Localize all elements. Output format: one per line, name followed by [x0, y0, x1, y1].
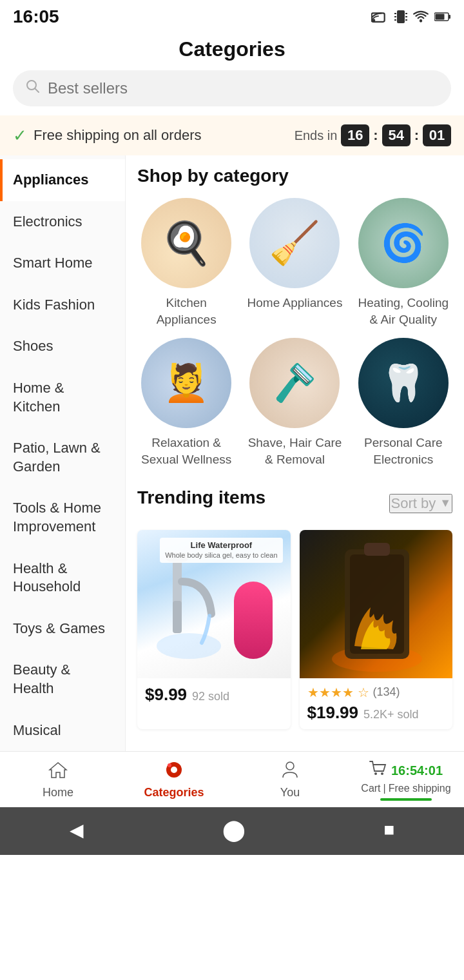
category-heating[interactable]: 🌀 Heating, Cooling & Air Quality	[354, 198, 452, 328]
category-relaxation[interactable]: 💆 Relaxation & Sexual Wellness	[137, 338, 235, 467]
promo-banner: ✓ Free shipping on all orders Ends in 16…	[0, 115, 464, 155]
sidebar-item-health[interactable]: Health & Household	[0, 548, 125, 608]
sidebar-item-beauty[interactable]: Beauty & Health	[0, 649, 125, 709]
svg-line-14	[35, 88, 39, 92]
trending-title: Trending items	[137, 487, 266, 508]
product-sold-2: 5.2K+ sold	[363, 708, 419, 721]
sidebar-item-homekitchen[interactable]: Home & Kitchen	[0, 368, 125, 427]
category-circle-shave: 🪒	[249, 338, 340, 428]
stars-icon: ★★★★	[307, 685, 354, 700]
product-sold-1: 92 sold	[192, 690, 229, 703]
product-price-2: $19.99	[307, 703, 359, 723]
shop-by-category-title: Shop by category	[137, 166, 452, 186]
vibrate-icon	[394, 9, 407, 24]
svg-point-24	[171, 767, 177, 773]
cast-icon	[371, 10, 389, 23]
category-circle-relax: 💆	[141, 338, 231, 428]
category-label-home: Home Appliances	[247, 295, 343, 311]
wifi-icon	[412, 10, 429, 23]
svg-point-9	[420, 19, 422, 22]
battery-icon	[434, 10, 451, 23]
nav-cart[interactable]: 16:54:01 Cart | Free shipping	[348, 758, 464, 803]
you-icon	[282, 761, 298, 783]
timer-minutes: 54	[382, 124, 411, 146]
category-label-personal: Personal Care Electronics	[354, 435, 452, 467]
category-kitchen-appliances[interactable]: 🍳 Kitchen Appliances	[137, 198, 235, 328]
timer-hours: 16	[341, 124, 369, 146]
svg-point-15	[157, 633, 221, 659]
back-button[interactable]: ◀	[70, 819, 84, 841]
nav-you[interactable]: You	[232, 758, 348, 803]
category-label-heating: Heating, Cooling & Air Quality	[354, 295, 452, 328]
main-layout: Appliances Electronics Smart Home Kids F…	[0, 155, 464, 751]
product-info-2: ★★★★☆ (134) $19.99 5.2K+ sold	[300, 678, 453, 729]
product-price-1: $9.99	[145, 685, 187, 705]
search-input[interactable]	[48, 79, 438, 97]
sidebar-item-appliances[interactable]: Appliances	[0, 159, 125, 201]
category-grid: 🍳 Kitchen Appliances 🧹 Home Appliances 🌀…	[137, 198, 452, 468]
category-label-shave: Shave, Hair Care & Removal	[246, 435, 343, 467]
svg-point-28	[381, 772, 383, 775]
bottom-nav: Home Categories You	[0, 751, 464, 807]
status-icons	[371, 9, 451, 24]
nav-categories[interactable]: Categories	[116, 758, 232, 803]
category-circle-personal: 🦷	[358, 338, 449, 428]
svg-rect-11	[449, 15, 450, 19]
sort-by-button[interactable]: Sort by ▼	[389, 494, 452, 513]
search-bar[interactable]	[13, 70, 451, 106]
category-label-kitchen: Kitchen Appliances	[137, 295, 235, 328]
product-badge-1: Life Waterproof Whole body silica gel, e…	[160, 538, 282, 563]
product-image-2	[300, 530, 453, 678]
cart-icon	[369, 761, 387, 780]
product-grid: Life Waterproof Whole body silica gel, e…	[137, 530, 452, 729]
svg-point-26	[286, 762, 294, 770]
sort-by-label: Sort by	[391, 495, 436, 512]
cart-label: Cart	[361, 783, 380, 794]
trending-header: Trending items Sort by ▼	[137, 487, 452, 520]
product-info-1: $9.99 92 sold	[137, 678, 291, 711]
free-shipping-label: Free shipping	[389, 783, 451, 794]
product-card-1[interactable]: Life Waterproof Whole body silica gel, e…	[137, 530, 291, 729]
categories-icon	[163, 761, 185, 783]
product-image-1: Life Waterproof Whole body silica gel, e…	[137, 530, 291, 678]
category-personal[interactable]: 🦷 Personal Care Electronics	[354, 338, 452, 467]
svg-rect-12	[436, 14, 445, 20]
half-star-icon: ☆	[358, 685, 369, 700]
sidebar: Appliances Electronics Smart Home Kids F…	[0, 155, 126, 751]
sidebar-item-electronics[interactable]: Electronics	[0, 201, 125, 243]
category-circle-home: 🧹	[249, 198, 340, 288]
nav-home-label: Home	[43, 786, 73, 799]
chevron-down-icon: ▼	[440, 496, 451, 510]
cart-timer: 16:54:01	[391, 763, 443, 778]
product-card-2[interactable]: ★★★★☆ (134) $19.99 5.2K+ sold	[300, 530, 453, 729]
svg-point-27	[374, 772, 377, 775]
nav-you-label: You	[280, 786, 300, 799]
category-circle-heating: 🌀	[358, 198, 449, 288]
sidebar-item-kidsfashion[interactable]: Kids Fashion	[0, 284, 125, 326]
sidebar-item-musical[interactable]: Musical	[0, 710, 125, 752]
svg-rect-18	[173, 601, 182, 633]
android-nav-bar: ◀ ⬤ ■	[0, 807, 464, 855]
svg-rect-22	[364, 543, 390, 556]
recent-button[interactable]: ■	[384, 819, 395, 840]
review-count-2: (134)	[373, 685, 400, 699]
home-icon	[48, 761, 68, 783]
promo-timer: Ends in 16 : 54 : 01	[295, 124, 451, 146]
sidebar-item-patio[interactable]: Patio, Lawn & Garden	[0, 427, 125, 487]
home-button[interactable]: ⬤	[222, 818, 246, 842]
sidebar-item-smarthome[interactable]: Smart Home	[0, 242, 125, 284]
search-icon	[26, 79, 40, 97]
sidebar-item-tools[interactable]: Tools & Home Improvement	[0, 487, 125, 547]
status-time: 16:05	[13, 6, 59, 27]
status-bar: 16:05	[0, 0, 464, 31]
nav-home[interactable]: Home	[0, 758, 116, 803]
svg-rect-2	[397, 10, 405, 23]
sidebar-item-shoes[interactable]: Shoes	[0, 326, 125, 368]
sidebar-item-toys[interactable]: Toys & Games	[0, 608, 125, 650]
category-label-relax: Relaxation & Sexual Wellness	[137, 435, 235, 467]
category-home-appliances[interactable]: 🧹 Home Appliances	[246, 198, 343, 328]
page-title: Categories	[0, 31, 464, 70]
category-shave[interactable]: 🪒 Shave, Hair Care & Removal	[246, 338, 343, 467]
timer-seconds: 01	[423, 124, 451, 146]
category-circle-kitchen: 🍳	[141, 198, 231, 288]
